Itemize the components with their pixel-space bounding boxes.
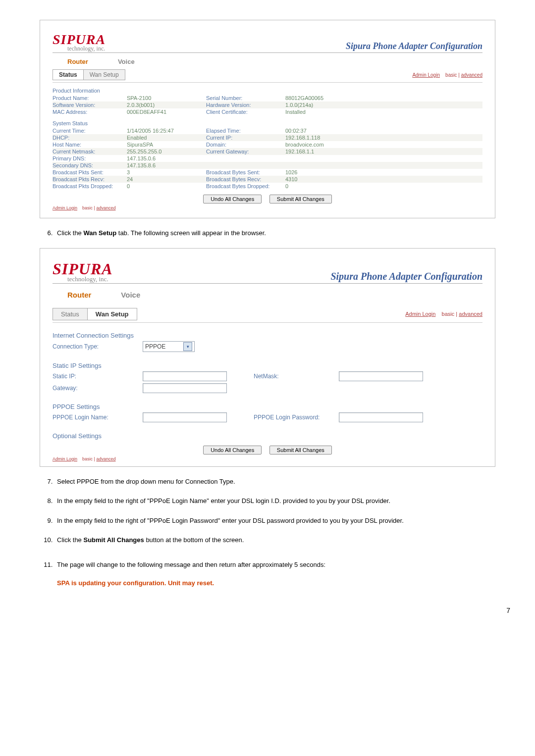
optional-head: Optional Settings xyxy=(53,423,482,441)
connection-type-row: Connection Type: PPPOE ▾ xyxy=(53,340,482,353)
cert-value: Installed xyxy=(285,109,360,115)
bcast-bytes-sent-label: Broadcast Bytes Sent: xyxy=(206,169,285,175)
pppoe-login-password-input[interactable] xyxy=(339,412,423,422)
main-tabs-2: Router Voice xyxy=(53,286,482,299)
sub-tabs-2: Status Wan Setup xyxy=(53,308,137,320)
domain-label: Domain: xyxy=(206,142,285,148)
gateway-label: Current Gateway: xyxy=(206,149,285,154)
bcast-pkts-dropped-label: Broadcast Pkts Dropped: xyxy=(53,183,127,189)
netmask-input[interactable] xyxy=(339,371,423,381)
serial-label: Serial Number: xyxy=(206,95,285,101)
advanced-link-footer-2[interactable]: advanced xyxy=(96,456,115,461)
footer-links: Admin Login basic | advanced xyxy=(53,205,482,210)
pppoe-login-name-input[interactable] xyxy=(143,412,227,422)
netmask-value: 255.255.255.0 xyxy=(127,149,206,154)
hardware-version-value: 1.0.0(214a) xyxy=(285,102,360,108)
serial-value: 88012GA00065 xyxy=(285,95,360,101)
domain-value: broadvoice.com xyxy=(285,142,360,148)
product-info-head: Product Information xyxy=(53,83,482,95)
header-row: SIPURA technology, inc. Sipura Phone Ada… xyxy=(53,33,482,53)
undo-all-changes-button[interactable]: Undo All Changes xyxy=(203,195,262,203)
sub-tabs: Status Wan Setup xyxy=(53,69,125,80)
logo-brand: SIPURA xyxy=(53,33,106,47)
admin-login-link-2[interactable]: Admin Login xyxy=(405,311,435,317)
header-row-2: SIPURA technology, inc. Sipura Phone Ada… xyxy=(53,261,482,284)
static-ip-head: Static IP Settings xyxy=(53,353,482,370)
admin-login-link[interactable]: Admin Login xyxy=(412,72,440,78)
software-version-value: 2.0.3(b001) xyxy=(127,102,206,108)
sub-tab-row-2: Status Wan Setup Admin Login basic | adv… xyxy=(53,308,482,320)
pppoe-head: PPPOE Settings xyxy=(53,394,482,411)
connection-type-select[interactable]: PPPOE ▾ xyxy=(143,341,195,352)
current-time-value: 1/14/2005 16:25:47 xyxy=(127,128,206,134)
admin-login-link-footer[interactable]: Admin Login xyxy=(53,205,77,210)
submit-all-changes-button-2[interactable]: Submit All Changes xyxy=(269,446,332,454)
basic-label-footer-2: basic xyxy=(82,456,93,461)
static-ip-label: Static IP: xyxy=(53,373,142,380)
system-status-head: System Status xyxy=(53,115,482,127)
primary-dns-value: 147.135.0.6 xyxy=(127,155,206,161)
basic-label-2: basic xyxy=(442,311,455,317)
basic-label: basic xyxy=(445,72,457,78)
admin-links: Admin Login basic | advanced xyxy=(412,72,482,78)
elapsed-time-value: 00:02:37 xyxy=(285,128,360,134)
ics-head: Internet Connection Settings xyxy=(53,323,482,340)
elapsed-time-label: Elapsed Time: xyxy=(206,128,285,134)
tab-router[interactable]: Router xyxy=(67,58,88,65)
bcast-pkts-sent-value: 3 xyxy=(127,169,206,175)
step-10: Click the Submit All Changes button at t… xyxy=(54,535,510,545)
advanced-link-2[interactable]: advanced xyxy=(459,311,482,317)
gateway-input[interactable] xyxy=(143,383,227,393)
status-data: Product Information Product Name:SPA-210… xyxy=(53,83,482,190)
main-tabs: Router Voice xyxy=(53,55,482,65)
dhcp-label: DHCP: xyxy=(53,135,127,141)
bcast-bytes-recv-value: 4310 xyxy=(285,176,360,182)
pppoe-login-password-label: PPPOE Login Password: xyxy=(254,414,338,421)
tab-voice[interactable]: Voice xyxy=(118,58,135,65)
step-11: The page will change to the following me… xyxy=(54,560,510,570)
tab-router-2[interactable]: Router xyxy=(67,291,91,299)
instruction-steps: Click the Wan Setup tab. The following s… xyxy=(25,228,510,238)
gateway-row: Gateway: xyxy=(53,382,482,394)
admin-login-link-footer-2[interactable]: Admin Login xyxy=(53,456,77,461)
subtab-status-2[interactable]: Status xyxy=(53,308,88,320)
sub-tab-row: Status Wan Setup Admin Login basic | adv… xyxy=(53,69,482,80)
advanced-link[interactable]: advanced xyxy=(461,72,482,78)
update-message: SPA is updating your configuration. Unit… xyxy=(57,579,510,587)
step-7: Select PPPOE from the drop down menu for… xyxy=(54,477,510,487)
host-name-label: Host Name: xyxy=(53,142,127,148)
product-name-label: Product Name: xyxy=(53,95,127,101)
dhcp-value: Enabled xyxy=(127,135,206,141)
logo: SIPURA technology, inc. xyxy=(53,33,106,51)
secondary-dns-value: 147.135.8.6 xyxy=(127,162,206,168)
button-row-2: Undo All Changes Submit All Changes xyxy=(53,446,482,454)
subtab-wan-setup[interactable]: Wan Setup xyxy=(84,69,125,80)
subtab-status[interactable]: Status xyxy=(53,69,84,80)
tab-voice-2[interactable]: Voice xyxy=(121,291,140,299)
config-title: Sipura Phone Adapter Configuration xyxy=(346,41,482,51)
bcast-bytes-dropped-value: 0 xyxy=(285,183,360,189)
chevron-down-icon[interactable]: ▾ xyxy=(183,342,192,351)
config-title-2: Sipura Phone Adapter Configuration xyxy=(330,271,482,282)
bcast-bytes-dropped-label: Broadcast Bytes Dropped: xyxy=(206,183,285,189)
step-9: In the empty field to the right of "PPPo… xyxy=(54,516,510,526)
admin-links-2: Admin Login basic | advanced xyxy=(405,311,482,317)
mac-label: MAC Address: xyxy=(53,109,127,115)
submit-all-changes-button[interactable]: Submit All Changes xyxy=(269,195,332,203)
connection-type-label: Connection Type: xyxy=(53,343,142,350)
current-ip-value: 192.168.1.118 xyxy=(285,135,360,141)
wan-setup-screenshot: SIPURA technology, inc. Sipura Phone Ada… xyxy=(40,248,495,467)
static-ip-input[interactable] xyxy=(143,371,227,381)
current-time-label: Current Time: xyxy=(53,128,127,134)
instruction-steps-cont: Select PPPOE from the drop down menu for… xyxy=(25,477,510,570)
logo-brand-2: SIPURA xyxy=(53,261,113,277)
advanced-link-footer[interactable]: advanced xyxy=(96,205,115,210)
undo-all-changes-button-2[interactable]: Undo All Changes xyxy=(203,446,262,454)
netmask-label: Current Netmask: xyxy=(53,149,127,154)
pppoe-login-name-label: PPPOE Login Name: xyxy=(53,414,142,421)
subtab-wan-setup-2[interactable]: Wan Setup xyxy=(88,308,137,320)
connection-type-value: PPPOE xyxy=(145,343,165,350)
step-8: In the empty field to the right of "PPPo… xyxy=(54,496,510,506)
step-6: Click the Wan Setup tab. The following s… xyxy=(54,228,510,238)
basic-label-footer: basic xyxy=(82,205,93,210)
